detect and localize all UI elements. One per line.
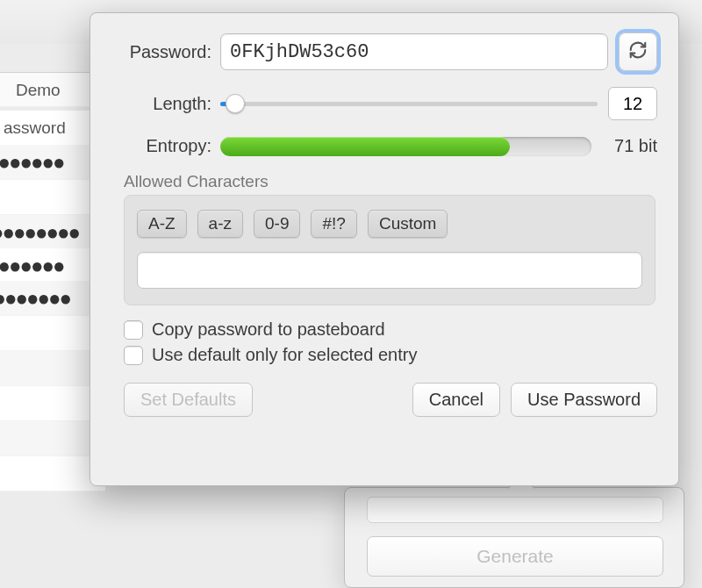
generate-popover: Generate xyxy=(344,487,684,588)
entropy-meter xyxy=(220,137,591,156)
copy-to-pasteboard-label: Copy password to pasteboard xyxy=(152,319,385,340)
set-defaults-button[interactable]: Set Defaults xyxy=(124,383,253,417)
allowed-upper-button[interactable]: A-Z xyxy=(137,210,187,238)
use-password-button[interactable]: Use Password xyxy=(511,383,657,417)
default-for-selected-checkbox[interactable] xyxy=(124,346,143,365)
default-for-selected-label: Use default only for selected entry xyxy=(152,345,417,365)
refresh-icon xyxy=(628,40,648,64)
length-field[interactable] xyxy=(608,87,657,120)
password-generator-popover: Password: Length: xyxy=(90,12,679,486)
password-label: Password: xyxy=(111,42,220,62)
allowed-lower-button[interactable]: a-z xyxy=(197,210,243,238)
allowed-characters-box: A-Z a-z 0-9 #!? Custom xyxy=(124,195,655,305)
refresh-button[interactable] xyxy=(619,32,657,71)
length-slider[interactable] xyxy=(220,93,598,114)
entropy-label: Entropy: xyxy=(111,136,220,156)
generate-inset xyxy=(367,497,663,523)
copy-to-pasteboard-checkbox[interactable] xyxy=(124,320,143,340)
password-field[interactable] xyxy=(220,33,608,70)
entropy-value: 71 bit xyxy=(614,136,657,156)
custom-characters-field[interactable] xyxy=(137,252,642,289)
generate-button[interactable]: Generate xyxy=(367,536,663,577)
allowed-symbols-button[interactable]: #!? xyxy=(311,210,356,238)
cancel-button[interactable]: Cancel xyxy=(412,383,500,417)
length-label: Length: xyxy=(111,94,220,114)
allowed-digits-button[interactable]: 0-9 xyxy=(254,210,300,238)
allowed-custom-button[interactable]: Custom xyxy=(368,210,448,238)
allowed-characters-label: Allowed Characters xyxy=(124,172,657,191)
